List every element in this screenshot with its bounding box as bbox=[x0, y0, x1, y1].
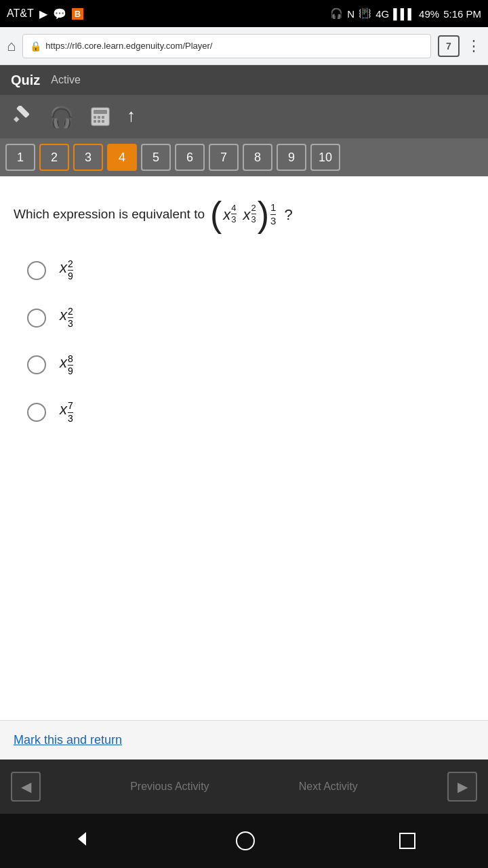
x-exp-4-3: x 4 3 bbox=[223, 203, 236, 226]
signal-label: 4G bbox=[375, 8, 389, 20]
status-right: 🎧 N 📳 4G ▌▌▌ 49% 5:16 PM bbox=[330, 7, 481, 20]
headphones-tool-icon[interactable]: 🎧 bbox=[49, 105, 74, 129]
question-text: Which expression is equivalent to ( x 4 … bbox=[14, 197, 474, 232]
home-button[interactable] bbox=[236, 831, 255, 850]
svg-rect-3 bbox=[94, 110, 107, 114]
quiz-title: Quiz bbox=[11, 73, 40, 88]
bold-icon: B bbox=[72, 8, 83, 20]
answer-choices: x 2 9 x 2 3 x 8 bbox=[14, 259, 474, 424]
battery-label: 49% bbox=[419, 8, 439, 20]
status-left: AT&T ▶ 💬 B bbox=[7, 7, 83, 20]
svg-marker-10 bbox=[78, 832, 86, 846]
x-exp-2-3: x 2 3 bbox=[243, 203, 256, 226]
radio-a[interactable] bbox=[27, 261, 46, 280]
answer-c-math: x 8 9 bbox=[60, 354, 73, 377]
radio-d[interactable] bbox=[27, 403, 46, 422]
answer-d-math: x 7 3 bbox=[60, 401, 73, 424]
carrier-label: AT&T bbox=[7, 7, 34, 20]
radio-c[interactable] bbox=[27, 355, 46, 374]
upload-tool-icon[interactable]: ↑ bbox=[127, 105, 136, 126]
question-num-6[interactable]: 6 bbox=[175, 144, 205, 171]
svg-rect-4 bbox=[94, 116, 96, 119]
vibrate-icon: 📳 bbox=[359, 7, 371, 20]
question-num-1[interactable]: 1 bbox=[5, 144, 35, 171]
home-icon[interactable]: ⌂ bbox=[7, 37, 16, 55]
status-bar: AT&T ▶ 💬 B 🎧 N 📳 4G ▌▌▌ 49% 5:16 PM bbox=[0, 0, 488, 27]
calculator-tool-icon[interactable] bbox=[90, 106, 110, 127]
question-area: Which expression is equivalent to ( x 4 … bbox=[0, 176, 488, 570]
svg-rect-5 bbox=[98, 116, 100, 119]
answer-b-math: x 2 3 bbox=[60, 307, 73, 330]
quiz-status: Active bbox=[51, 74, 81, 86]
lock-icon: 🔒 bbox=[30, 41, 41, 52]
answer-option-b[interactable]: x 2 3 bbox=[27, 307, 461, 330]
svg-rect-7 bbox=[94, 120, 96, 123]
quiz-header: Quiz Active bbox=[0, 65, 488, 95]
question-num-9[interactable]: 9 bbox=[277, 144, 306, 171]
headphone-status-icon: 🎧 bbox=[330, 7, 343, 20]
answer-option-d[interactable]: x 7 3 bbox=[27, 401, 461, 424]
mark-return-link[interactable]: Mark this and return bbox=[14, 733, 122, 747]
svg-rect-6 bbox=[102, 116, 104, 119]
question-label: Which expression is equivalent to bbox=[14, 205, 205, 224]
pencil-tool-icon[interactable] bbox=[11, 106, 33, 127]
question-mark: ? bbox=[284, 203, 292, 226]
prev-activity-btn[interactable]: ◀ bbox=[11, 772, 41, 802]
next-activity-label: Next Activity bbox=[299, 781, 358, 793]
question-num-4[interactable]: 4 bbox=[107, 144, 137, 171]
question-num-10[interactable]: 10 bbox=[310, 144, 340, 171]
next-activity-btn[interactable]: ▶ bbox=[447, 772, 477, 802]
browser-bar: ⌂ 🔒 https://rl6.core.learn.edgenuity.com… bbox=[0, 27, 488, 65]
tab-count[interactable]: 7 bbox=[438, 35, 460, 57]
activity-nav-bar: ◀ Previous Activity Next Activity ▶ bbox=[0, 760, 488, 814]
toolbar: 🎧 ↑ bbox=[0, 95, 488, 138]
svg-rect-9 bbox=[102, 120, 104, 123]
left-paren: ( bbox=[210, 197, 222, 232]
outer-exp-1-3: 1 3 bbox=[270, 202, 276, 226]
android-nav-bar bbox=[0, 814, 488, 868]
signal-bars: ▌▌▌ bbox=[393, 8, 415, 20]
svg-rect-1 bbox=[16, 106, 30, 118]
prev-activity-label: Previous Activity bbox=[130, 781, 209, 793]
answer-option-a[interactable]: x 2 9 bbox=[27, 259, 461, 282]
question-num-2[interactable]: 2 bbox=[39, 144, 69, 171]
menu-dots-icon[interactable]: ⋮ bbox=[466, 37, 481, 55]
time-label: 5:16 PM bbox=[443, 8, 481, 20]
question-num-8[interactable]: 8 bbox=[243, 144, 272, 171]
back-button[interactable] bbox=[73, 829, 92, 852]
inner-math: x 4 3 x 2 3 bbox=[223, 203, 256, 226]
answer-option-c[interactable]: x 8 9 bbox=[27, 354, 461, 377]
svg-rect-8 bbox=[98, 120, 100, 123]
right-paren: ) bbox=[258, 197, 269, 232]
svg-rect-0 bbox=[14, 117, 19, 122]
url-text: https://rl6.core.learn.edgenuity.com/Pla… bbox=[45, 41, 212, 51]
n-icon: N bbox=[347, 8, 354, 20]
question-num-3[interactable]: 3 bbox=[73, 144, 103, 171]
question-num-7[interactable]: 7 bbox=[209, 144, 239, 171]
question-num-5[interactable]: 5 bbox=[141, 144, 171, 171]
footer-bar: Mark this and return bbox=[0, 720, 488, 760]
play-icon: ▶ bbox=[39, 7, 47, 20]
math-expression: ( x 4 3 x 2 3 bbox=[210, 197, 276, 232]
recents-button[interactable] bbox=[399, 833, 415, 849]
radio-b[interactable] bbox=[27, 309, 46, 328]
url-bar[interactable]: 🔒 https://rl6.core.learn.edgenuity.com/P… bbox=[22, 34, 431, 58]
question-nav: 1 2 3 4 5 6 7 8 9 10 bbox=[0, 138, 488, 176]
answer-a-math: x 2 9 bbox=[60, 259, 73, 282]
messenger-icon: 💬 bbox=[53, 7, 66, 20]
